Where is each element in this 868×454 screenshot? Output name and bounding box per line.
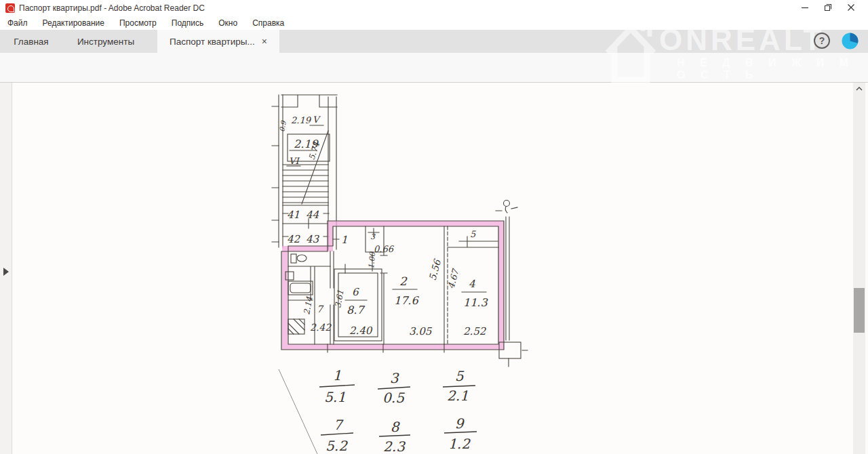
stair-mark: V [313, 115, 321, 125]
room6-area: 8.7 [347, 304, 365, 316]
scrollbar-thumb[interactable] [854, 288, 865, 333]
room2-area: 17.6 [394, 294, 419, 307]
menu-edit[interactable]: Редактирование [35, 17, 112, 29]
tab-bar: Главная Инструменты Паспорт квартиры... … [0, 30, 868, 53]
room7-number: 7 [317, 304, 324, 314]
acrobat-window: Паспорт квартиры.pdf - Adobe Acrobat Rea… [0, 0, 868, 454]
legend-room-number: 7 [334, 417, 344, 433]
room4-depth: 4.67 [446, 267, 460, 290]
help-button[interactable]: ? [814, 33, 830, 49]
room4-width: 2.52 [463, 325, 487, 337]
room7-depth: 2.14 [302, 295, 314, 315]
scroll-up-icon[interactable] [853, 84, 865, 94]
room7-width: 2.42 [310, 322, 332, 333]
legend-room-area: 5.1 [324, 389, 346, 405]
legend-room-area: 5.2 [326, 438, 348, 454]
tab-document-active[interactable]: Паспорт квартиры... × [157, 30, 279, 53]
stair-mark: VI [289, 156, 300, 166]
title-bar: Паспорт квартиры.pdf - Adobe Acrobat Rea… [0, 0, 868, 16]
window-controls [793, 0, 863, 15]
room6-depth: 3.61 [333, 289, 345, 309]
menu-bar: Файл Редактирование Просмотр Подпись Окн… [0, 16, 868, 30]
menu-view[interactable]: Просмотр [112, 17, 164, 29]
room3-depth: 1.00 [367, 251, 377, 270]
legend-room-area: 1.2 [448, 436, 471, 452]
room2-width: 3.05 [409, 325, 433, 337]
window-title: Паспорт квартиры.pdf - Adobe Acrobat Rea… [19, 3, 205, 13]
room4-area: 11.3 [463, 296, 488, 309]
main-toolbar: 3 / 4 137% [0, 53, 868, 83]
panel-expand-icon[interactable] [3, 268, 9, 276]
scan-fold-line [279, 369, 317, 454]
room5-number: 5 [470, 229, 476, 239]
legend-room-number: 9 [455, 415, 465, 432]
vertical-scrollbar[interactable] [853, 83, 865, 454]
legend-room-number: 5 [455, 368, 465, 384]
minimize-button[interactable] [793, 0, 816, 15]
room1-number: 1 [341, 234, 348, 246]
apartment-number: 44 [306, 209, 319, 221]
tab-document-label: Паспорт квартиры... [170, 37, 255, 47]
room2-number: 2 [399, 274, 408, 288]
restore-button[interactable] [816, 0, 840, 15]
apartment-number: 41 [287, 209, 300, 221]
avatar[interactable] [842, 33, 859, 49]
legend-room-number: 1 [333, 367, 342, 384]
room2-depth: 5.56 [427, 257, 443, 281]
tab-close-icon[interactable]: × [262, 37, 267, 46]
tab-home[interactable]: Главная [0, 30, 62, 53]
floor-plan: 2.19 V 2.19 VI 5.74 0.9 41 44 42 43 1 3 … [271, 85, 542, 454]
pdf-file-icon [5, 3, 15, 13]
room3-area: 0.66 [374, 244, 395, 254]
room3-number: 3 [370, 232, 376, 241]
menu-help[interactable]: Справка [245, 17, 292, 29]
menu-sign[interactable]: Подпись [164, 17, 212, 29]
tab-tools[interactable]: Инструменты [62, 30, 149, 53]
legend-room-area: 0.5 [382, 390, 405, 406]
legend-room-area: 2.1 [447, 388, 469, 404]
left-panel-strip [0, 83, 12, 454]
room6-number: 6 [352, 286, 359, 298]
menu-window[interactable]: Окно [211, 17, 245, 29]
legend-room-number: 3 [390, 370, 399, 386]
stair-dim: 2.19 [291, 115, 312, 125]
apartment-number: 42 [287, 233, 301, 245]
legend-room-number: 8 [391, 419, 401, 435]
room4-number: 4 [469, 278, 475, 290]
menu-file[interactable]: Файл [0, 17, 35, 29]
room6-width: 2.40 [349, 325, 373, 337]
apartment-number: 43 [306, 233, 320, 245]
document-area: 2.19 V 2.19 VI 5.74 0.9 41 44 42 43 1 3 … [0, 83, 868, 454]
legend-room-area: 2.3 [383, 438, 406, 454]
stair-side-dim: 0.9 [278, 119, 288, 132]
close-button[interactable] [840, 0, 863, 15]
